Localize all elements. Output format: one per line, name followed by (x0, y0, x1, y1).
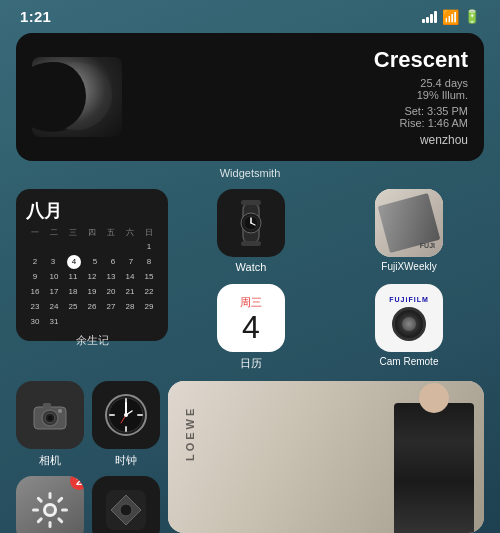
clock-app-wrapper[interactable]: 时钟 (92, 381, 160, 468)
crescent-days: 25.4 days (136, 77, 468, 89)
cam-remote-app-icon[interactable]: FUJiFILM (375, 284, 443, 352)
calendar-week-1: 1 (26, 240, 158, 254)
day-header-tue: 二 (45, 227, 63, 238)
status-time: 1:21 (20, 8, 51, 25)
day-header-sat: 六 (121, 227, 139, 238)
moon-image (32, 57, 122, 137)
battery-icon: 🔋 (464, 9, 480, 24)
bottom-section: 相机 (16, 381, 484, 533)
calendar-week-4: 16 17 18 19 20 21 22 (26, 285, 158, 299)
calendar-app-wrapper[interactable]: 周三 4 日历 (176, 284, 326, 371)
day-header-fri: 五 (102, 227, 120, 238)
cam-remote-lens (392, 307, 426, 341)
svg-rect-27 (61, 509, 68, 512)
cam-remote-app-label: Cam Remote (380, 356, 439, 367)
svg-rect-25 (49, 492, 52, 499)
svg-point-22 (124, 413, 128, 417)
calendar-month: 八月 (26, 199, 158, 223)
calendar-week-5: 23 24 25 26 27 28 29 (26, 300, 158, 314)
widgetsmith-photo-widget[interactable]: LOEWE (168, 381, 484, 533)
svg-rect-30 (36, 517, 43, 524)
camera-app-wrapper[interactable]: 相机 (16, 381, 84, 468)
crescent-illum: 19% Illum. (136, 89, 468, 101)
cam-remote-icon-content: FUJiFILM (375, 284, 443, 352)
svg-point-12 (58, 409, 62, 413)
crescent-title: Crescent (136, 47, 468, 73)
calendar-weekday: 周三 (240, 295, 262, 310)
calendar-date: 4 (242, 310, 260, 345)
wifi-icon: 📶 (442, 9, 459, 25)
crescent-info: Crescent 25.4 days 19% Illum. Set: 3:35 … (136, 47, 468, 147)
crescent-widget[interactable]: Crescent 25.4 days 19% Illum. Set: 3:35 … (16, 33, 484, 161)
camera-app-icon[interactable] (16, 381, 84, 449)
fujixweekly-app-label: FujiXWeekly (381, 261, 436, 272)
fujixweekly-app-icon[interactable]: FUJI (375, 189, 443, 257)
day-header-sun: 日 (140, 227, 158, 238)
calendar-week-6: 30 31 (26, 315, 158, 329)
fujixweekly-app-wrapper[interactable]: FUJI FujiXWeekly (334, 189, 484, 276)
photo-widget-text: LOEWE (184, 406, 196, 461)
widgets-area: Crescent 25.4 days 19% Illum. Set: 3:35 … (0, 29, 500, 533)
settings-badge: 2 (70, 476, 84, 490)
watch-app-label: Watch (236, 261, 267, 273)
crescent-city: wenzhou (136, 133, 468, 147)
widgetsmith-photo-wrapper[interactable]: LOEWE Widgetsmith (168, 381, 484, 533)
small-widget-icon[interactable] (92, 476, 160, 533)
calendar-app-label2: 日历 (240, 356, 262, 371)
clock-icon-svg (102, 391, 150, 439)
watch-icon-svg (229, 198, 273, 248)
clock-app-label: 时钟 (115, 453, 137, 468)
calendar-grid: 1 2 3 4 5 6 7 8 9 10 11 (26, 240, 158, 329)
svg-rect-28 (57, 517, 64, 524)
svg-rect-32 (36, 496, 43, 503)
svg-point-35 (120, 504, 132, 516)
right-icons-grid: Watch FUJI FujiXWeekly (176, 189, 484, 371)
svg-rect-31 (32, 509, 39, 512)
svg-rect-2 (241, 200, 261, 205)
settings-app-wrapper[interactable]: 2 (16, 476, 84, 533)
svg-rect-3 (241, 241, 261, 246)
small-widget-wrapper[interactable] (92, 476, 160, 533)
crescent-set: Set: 3:35 PM (136, 105, 468, 117)
settings-app-icon[interactable]: 2 (16, 476, 84, 533)
watch-app-icon[interactable] (217, 189, 285, 257)
svg-point-10 (48, 416, 53, 421)
svg-point-24 (46, 506, 54, 514)
settings-icon-svg (30, 490, 70, 530)
svg-rect-26 (57, 496, 64, 503)
calendar-app-icon[interactable]: 周三 4 (217, 284, 285, 352)
watch-app-wrapper[interactable]: Watch (176, 189, 326, 276)
signal-icon (422, 11, 437, 23)
calendar-week-2: 2 3 4 5 6 7 8 (26, 255, 158, 269)
middle-section: 八月 一 二 三 四 五 六 日 (16, 189, 484, 371)
svg-rect-11 (43, 403, 51, 408)
calendar-week-3: 9 10 11 12 13 14 15 (26, 270, 158, 284)
music-widget-svg (101, 485, 151, 533)
crescent-widget-label: Widgetsmith (16, 167, 484, 179)
day-header-mon: 一 (26, 227, 44, 238)
camera-icon-svg (32, 399, 68, 431)
svg-rect-29 (49, 521, 52, 528)
crescent-rise: Rise: 1:46 AM (136, 117, 468, 129)
phone-screen: 1:21 📶 🔋 Crescent 25.4 days 19% Illum. (0, 0, 500, 533)
fuji-icon-content: FUJI (375, 189, 443, 257)
calendar-days-header: 一 二 三 四 五 六 日 (26, 227, 158, 238)
cam-remote-app-wrapper[interactable]: FUJiFILM Cam Remote (334, 284, 484, 371)
clock-app-icon[interactable] (92, 381, 160, 449)
calendar-widget[interactable]: 八月 一 二 三 四 五 六 日 (16, 189, 168, 341)
day-header-thu: 四 (83, 227, 101, 238)
camera-app-label: 相机 (39, 453, 61, 468)
day-header-wed: 三 (64, 227, 82, 238)
status-bar: 1:21 📶 🔋 (0, 0, 500, 29)
bottom-left-icons: 相机 (16, 381, 160, 533)
calendar-app-label: 余生记 (26, 333, 158, 348)
status-icons: 📶 🔋 (422, 9, 480, 25)
